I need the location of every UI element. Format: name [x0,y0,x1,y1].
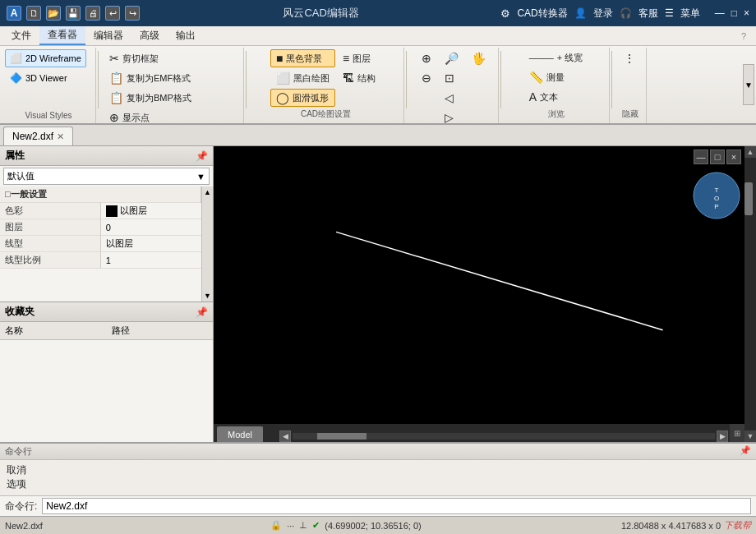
pos-right[interactable]: ▷ [439,108,464,125]
pos-left[interactable]: ◁ [439,89,464,107]
undo-icon[interactable]: ↩ [105,6,120,21]
fav-col-name: 名称 [0,322,107,340]
status-dimensions: 12.80488 x 4.417683 x 0 [621,521,721,531]
save-icon[interactable]: 💾 [66,6,81,21]
titlebar: A 🗋 📂 💾 🖨 ↩ ↪ 风云CAD编辑器 ⚙ CAD转换器 👤 登录 🎧 客… [0,0,756,26]
canvas-controls: — □ × [694,150,741,164]
hidden-dotted-btn[interactable]: ⋮ [618,49,643,67]
status-right: 12.80488 x 4.417683 x 0 下载帮 [621,519,751,532]
copy-emf-btn[interactable]: 📋 复制为EMF格式 [104,69,197,87]
properties-pin-btn[interactable]: 📌 [196,150,208,162]
scroll-right-btn[interactable]: ▶ [717,430,728,442]
vscroll-track [744,158,756,430]
status-lock-icon[interactable]: 🔒 [270,520,282,531]
vscroll-down-btn[interactable]: ▼ [744,430,756,442]
view-cube[interactable]: T O P [692,171,741,220]
bw-drawing-btn[interactable]: ⬜ 黑白绘图 [270,69,335,87]
canvas[interactable]: — □ × T O P [214,146,744,424]
open-icon[interactable]: 📂 [46,6,61,21]
pos-fit[interactable]: ⊡ [439,69,464,87]
menu-editor[interactable]: 编辑器 [85,27,131,44]
scroll-left-btn[interactable]: ◀ [279,430,291,442]
tab-label: New2.dxf [12,131,53,142]
menu-advanced[interactable]: 高级 [131,27,168,44]
watermark: 下载帮 [724,519,751,532]
pos-hand[interactable]: 🖐 [466,49,491,67]
black-bg-btn[interactable]: ■ 黑色背景 [270,49,335,67]
tab-close-btn[interactable]: ✕ [57,131,64,142]
ribbon-collapse-btn[interactable]: ▼ [743,64,754,105]
pos-zoom-out[interactable]: ⊖ [416,69,437,87]
new-icon[interactable]: 🗋 [26,6,41,21]
canvas-svg [214,146,744,424]
properties-dropdown[interactable]: 默认值 ▼ [3,168,210,185]
menu-viewer[interactable]: 查看器 [39,26,85,45]
text-btn[interactable]: A 文本 [523,88,588,106]
menubar: 文件 查看器 编辑器 高级 输出 ? [0,26,756,46]
status-center: 🔒 ··· ⊥ ✔ (4.699002; 10.36516; 0) [77,520,615,531]
file-tab[interactable]: New2.dxf ✕ [3,127,73,145]
color-box [106,205,118,217]
favorites-table: 名称 路径 [0,322,213,340]
3d-viewer-btn[interactable]: 🔷 3D Viewer [5,69,72,87]
svg-line-0 [336,232,663,329]
status-dot-icon: ··· [287,521,294,531]
fav-col-path: 路径 [107,322,214,340]
structure-btn[interactable]: 🏗 结构 [337,69,381,87]
line-width-btn[interactable]: ——— + 线宽 [523,49,588,67]
status-check-icon[interactable]: ✔ [312,520,320,531]
canvas-vscrollbar[interactable]: ▲ ▼ [744,146,756,442]
customer-btn[interactable]: 客服 [638,7,658,21]
vscroll-up-btn[interactable]: ▲ [744,146,756,158]
pos-pan[interactable]: 🔎 [439,49,464,67]
model-tab-bar: Model ◀ ▶ ⊞ [214,424,744,442]
cad-settings-label: CAD绘图设置 [251,107,400,122]
canvas-maximize-btn[interactable]: □ [710,150,725,164]
menu-file[interactable]: 文件 [3,27,39,44]
cad-converter-btn[interactable]: CAD转换器 [517,7,567,21]
help-icon[interactable]: ? [735,30,753,43]
canvas-close-btn[interactable]: × [726,150,741,164]
command-area: 命令行 📌 取消 选项 命令行: [0,442,756,516]
menu-btn[interactable]: 菜单 [680,7,700,21]
login-btn[interactable]: 登录 [593,7,613,21]
browse-section: ——— + 线宽 📏 测量 A 文本 浏览 [503,48,610,123]
canvas-hscrollbar[interactable]: ◀ ▶ [279,430,728,442]
menu-output[interactable]: 输出 [168,27,204,44]
favorites-panel: 收藏夹 📌 名称 路径 [0,302,213,442]
prop-row-layer: 图层 0 [0,219,201,236]
hidden-section: ⋮ 隐藏 [614,48,647,123]
svg-text:P: P [714,203,718,210]
prop-row-linetype: 线型 以图层 [0,236,201,252]
redo-icon[interactable]: ↪ [125,6,140,21]
canvas-minimize-btn[interactable]: — [694,150,708,164]
vscroll-thumb [744,182,753,215]
properties-table: □一般设置 色彩 以图层 图层 0 线型 以图层 线型比例 [0,186,201,269]
properties-table-container: □一般设置 色彩 以图层 图层 0 线型 以图层 线型比例 [0,186,201,302]
svg-text:T: T [715,186,719,194]
status-up-icon[interactable]: ⊥ [299,520,307,531]
favorites-pin-btn[interactable]: 📌 [196,306,208,318]
scroll-thumb [317,433,366,440]
print-icon[interactable]: 🖨 [85,6,100,21]
command-input[interactable] [42,498,751,514]
tools-section: ✂ 剪切框架 📋 复制为EMF格式 📋 复制为BMP格式 ⊕ 显示点 [100,48,244,123]
command-pin-btn[interactable]: 📌 [740,445,751,458]
model-tab[interactable]: Model [217,426,263,442]
pos-zoom-in[interactable]: ⊕ [416,49,437,67]
command-output: 取消 选项 [0,460,756,495]
svg-text:O: O [714,195,719,202]
properties-scrollbar[interactable]: ▲ ▼ [201,186,213,302]
title-icons: A 🗋 📂 💾 🖨 ↩ ↪ [7,6,141,21]
show-points-btn[interactable]: ⊕ 显示点 [104,108,168,125]
canvas-area: — □ × T O P Model ◀ [214,146,744,442]
copy-bmp-btn[interactable]: 📋 复制为BMP格式 [104,89,197,107]
smooth-arc-btn[interactable]: ◯ 圆滑弧形 [270,89,335,107]
tab-bar: New2.dxf ✕ [0,125,756,146]
layer-btn[interactable]: ≡ 图层 [337,49,381,67]
prop-row-linescale: 线型比例 1 [0,252,201,269]
measure-btn[interactable]: 📏 测量 [523,68,588,86]
cut-frame-btn[interactable]: ✂ 剪切框架 [104,49,197,67]
2d-wireframe-btn[interactable]: ⬜ 2D Wireframe [5,49,86,67]
scroll-track[interactable] [293,433,715,440]
